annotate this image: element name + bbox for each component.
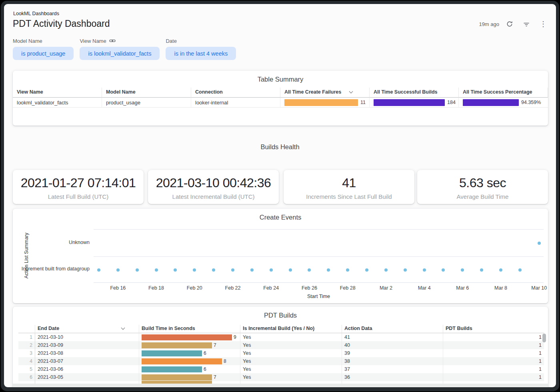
column-header-view-name[interactable]: View Name	[13, 88, 102, 98]
sort-chevron-down-icon	[349, 90, 353, 94]
model-name-cell: product_usage	[102, 98, 191, 108]
vertical-scrollbar[interactable]	[542, 334, 546, 381]
kpi-label: Average Build Time	[417, 193, 548, 200]
scrollbar-thumb[interactable]	[542, 334, 546, 342]
incremental-cell: Yes	[240, 349, 342, 357]
kpi-average-build-time: 5.63 sec Average Build Time	[417, 170, 548, 204]
x-tick-label: Mar 2	[370, 285, 402, 291]
successful-builds-bar	[374, 99, 445, 106]
data-point	[116, 268, 120, 272]
action-data-cell: 41	[342, 333, 443, 341]
breadcrumb[interactable]: LookML Dashboards	[13, 11, 59, 16]
data-point	[289, 268, 292, 272]
pdt-builds-cell: 1	[443, 357, 544, 365]
row-number: 2	[18, 341, 35, 349]
build-time-cell: 6	[139, 365, 240, 373]
action-data-cell: 36	[342, 373, 443, 381]
row-number: 4	[18, 357, 35, 365]
column-header-action-data[interactable]: Action Data	[342, 325, 443, 333]
table-summary-title: Table Summary	[13, 71, 548, 83]
column-header-pdt-builds[interactable]: PDT Builds	[443, 325, 544, 333]
column-header-create-failures[interactable]: All Time Create Failures	[280, 88, 370, 98]
data-point	[499, 268, 502, 272]
x-tick-label: Feb 24	[255, 285, 287, 291]
x-tick-label: Feb 22	[217, 285, 249, 291]
build-time-cell: 7	[139, 341, 240, 349]
link-icon	[109, 38, 116, 44]
x-axis-title: Start Time	[94, 294, 544, 299]
y-category-unknown: Unknown	[18, 240, 90, 245]
gridline	[94, 256, 544, 257]
kpi-label: Latest Incremental Build (UTC)	[148, 193, 279, 200]
filter-chip-date[interactable]: is in the last 4 weeks	[166, 47, 236, 60]
row-number-header	[18, 325, 35, 333]
create-events-plot	[94, 229, 544, 283]
kpi-label: Increments Since Last Full Build	[284, 193, 414, 200]
data-point	[270, 268, 273, 272]
y-category-increment: Increment built from datagroup	[18, 266, 90, 272]
pdt-builds-card: PDT Builds End Date Build Time in Second…	[13, 307, 548, 387]
filter-chip-view-name[interactable]: is lookml_validator_facts	[80, 47, 160, 60]
kpi-latest-incremental-build: 2021-03-10 00:42:36 Latest Incremental B…	[148, 170, 279, 204]
create-failures-cell: 11	[280, 98, 370, 108]
filter-model-name: Model Name is product_usage	[13, 38, 74, 60]
action-data-cell: 37	[342, 365, 443, 373]
data-point	[518, 268, 522, 272]
column-header-model-name[interactable]: Model Name	[102, 88, 191, 98]
data-point	[174, 268, 177, 272]
end-date-cell: 2021-03-10	[35, 333, 139, 341]
action-data-cell: 38	[342, 357, 443, 365]
data-point	[461, 268, 464, 272]
header-controls: 19m ago ⋮	[479, 19, 548, 29]
action-data-cell: 39	[342, 349, 443, 357]
build-time-bar	[142, 334, 232, 340]
data-point	[193, 268, 196, 272]
x-tick-label: Mar 8	[485, 285, 517, 291]
kpi-value: 41	[284, 176, 414, 190]
successful-builds-cell: 184	[370, 98, 459, 108]
sort-chevron-down-icon	[121, 326, 125, 330]
filter-label: Date	[166, 38, 236, 44]
x-tick-label: Mar 4	[408, 285, 440, 291]
column-header-build-time[interactable]: Build Time in Seconds	[139, 325, 240, 333]
incremental-cell: Yes	[240, 357, 342, 365]
build-time-bar	[142, 374, 212, 380]
end-date-cell: 2021-03-09	[35, 341, 139, 349]
data-point	[231, 268, 234, 272]
build-time-bar	[142, 342, 212, 348]
more-vert-icon[interactable]: ⋮	[538, 19, 548, 29]
x-tick-label: Mar 6	[446, 285, 478, 291]
create-failures-bar	[284, 99, 358, 106]
column-header-end-date[interactable]: End Date	[35, 325, 139, 333]
data-point	[423, 268, 426, 272]
filter-chip-model-name[interactable]: is product_usage	[13, 47, 74, 60]
end-date-cell: 2021-03-08	[35, 349, 139, 357]
data-point	[327, 268, 330, 272]
build-time-cell: 9	[139, 333, 240, 341]
kpi-increments-since-full: 41 Increments Since Last Full Build	[284, 170, 414, 204]
pdt-builds-cell: 1	[443, 333, 544, 341]
kpi-value: 2021-01-27 07:14:01	[13, 176, 144, 190]
create-events-card: Create Events Action List Summary Unknow…	[13, 209, 548, 303]
filter-icon[interactable]	[522, 19, 531, 29]
success-percentage-cell: 94.359%	[459, 98, 548, 108]
column-header-success-percentage[interactable]: All Time Success Percentage	[459, 88, 548, 98]
end-date-cell: 2021-03-06	[35, 365, 139, 373]
view-name-cell: lookml_validator_facts	[13, 98, 102, 108]
column-header-successful-builds[interactable]: All Time Successful Builds	[370, 88, 459, 98]
row-number: 6	[18, 373, 35, 381]
builds-health-title: Builds Health	[4, 143, 556, 151]
pdt-builds-cell: 1	[443, 341, 544, 349]
pdt-builds-title: PDT Builds	[13, 307, 548, 319]
build-time-bar	[142, 358, 222, 364]
data-point	[250, 268, 254, 272]
horizontal-scrollbar[interactable]	[13, 384, 548, 387]
table-row: 5 2021-03-06 6 Yes 37 1	[18, 365, 544, 373]
column-header-incremental[interactable]: Is Incremental Build (Yes / No)	[240, 325, 342, 333]
table-summary-card: Table Summary View Name Model Name Conne…	[13, 71, 548, 126]
pdt-builds-rows: 1 2021-03-10 9 Yes 41 1 2 2021-03-09 7 Y…	[18, 333, 544, 381]
refresh-icon[interactable]	[505, 19, 514, 29]
kpi-latest-full-build: 2021-01-27 07:14:01 Latest Full Build (U…	[13, 170, 144, 204]
column-header-connection[interactable]: Connection	[191, 88, 280, 98]
table-row: 4 2021-03-07 8 Yes 38 1	[18, 357, 544, 365]
